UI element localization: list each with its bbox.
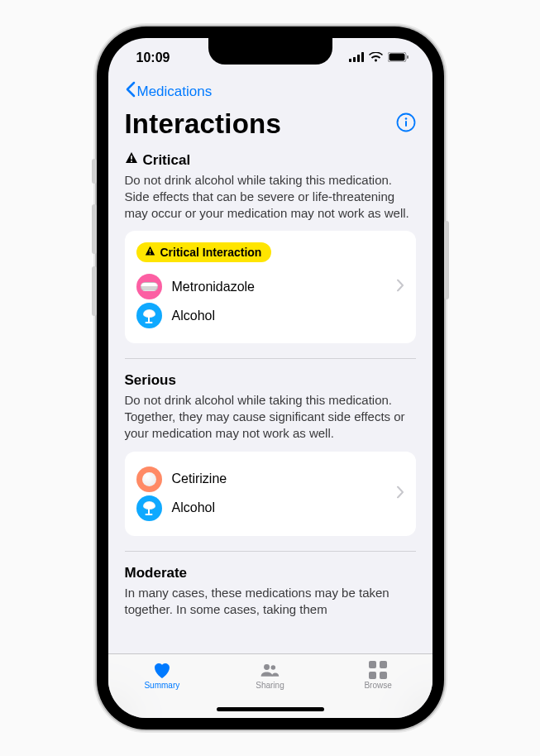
svg-point-13 (149, 253, 151, 255)
svg-rect-9 (405, 121, 407, 127)
tab-browse[interactable]: Browse (349, 661, 407, 690)
medication-row: Metronidazole (136, 274, 404, 299)
critical-badge: Critical Interaction (136, 242, 272, 262)
tab-summary[interactable]: Summary (133, 661, 191, 690)
svg-rect-0 (349, 59, 351, 62)
svg-rect-3 (361, 52, 364, 62)
moderate-description: In many cases, these medications may be … (125, 585, 416, 618)
medication-name: Metronidazole (172, 280, 256, 294)
battery-icon (388, 50, 409, 65)
medication-name: Cetirizine (172, 471, 227, 486)
medication-name: Alcohol (172, 309, 215, 323)
medication-row: Alcohol (136, 303, 404, 328)
medication-row: Alcohol (136, 495, 404, 521)
critical-badge-label: Critical Interaction (160, 246, 262, 259)
svg-rect-2 (357, 55, 360, 62)
pill-icon (136, 274, 162, 299)
serious-interaction-card[interactable]: Cetirizine Alcohol (125, 452, 416, 536)
iphone-device-frame: 10:09 Medications Int (97, 26, 444, 730)
medication-name: Alcohol (172, 500, 215, 515)
tab-label: Summary (144, 681, 179, 690)
svg-rect-6 (407, 55, 409, 59)
svg-rect-16 (369, 661, 376, 668)
alcohol-icon (136, 495, 162, 521)
warning-icon (145, 246, 155, 259)
medication-row: Cetirizine (136, 467, 404, 492)
title-row: Interactions (125, 108, 416, 140)
volume-up-button (92, 204, 97, 254)
critical-interaction-card[interactable]: Critical Interaction Metronidazole Alcoh… (125, 231, 416, 343)
chevron-right-icon (397, 280, 404, 295)
tab-sharing[interactable]: Sharing (241, 661, 299, 690)
svg-point-11 (131, 160, 132, 162)
chevron-left-icon (125, 81, 136, 102)
heart-icon (151, 661, 173, 679)
serious-heading-text: Serious (125, 372, 176, 389)
critical-heading-text: Critical (143, 152, 191, 169)
svg-rect-5 (389, 54, 404, 61)
status-time: 10:09 (136, 50, 170, 65)
wifi-icon (369, 50, 383, 65)
back-label: Medications (137, 84, 213, 100)
svg-point-14 (265, 664, 270, 670)
people-icon (259, 661, 280, 679)
grid-icon (367, 661, 389, 679)
volume-down-button (92, 266, 97, 316)
tab-label: Sharing (256, 681, 284, 690)
status-icons (349, 50, 409, 65)
screen: 10:09 Medications Int (108, 38, 432, 718)
divider (125, 551, 416, 552)
home-indicator[interactable] (217, 707, 324, 711)
svg-point-8 (404, 117, 407, 120)
power-button (444, 221, 449, 299)
tab-label: Browse (364, 681, 391, 690)
warning-icon (125, 151, 138, 169)
critical-description: Do not drink alcohol while taking this m… (125, 172, 416, 221)
svg-rect-17 (380, 661, 387, 668)
moderate-heading-text: Moderate (125, 565, 188, 581)
info-icon (396, 112, 416, 132)
back-button[interactable]: Medications (125, 78, 416, 108)
mute-switch (92, 159, 97, 184)
divider (125, 358, 416, 359)
info-button[interactable] (396, 112, 416, 136)
cellular-icon (349, 50, 364, 65)
svg-rect-12 (149, 249, 150, 252)
svg-point-15 (271, 665, 276, 670)
svg-rect-18 (369, 672, 376, 679)
svg-rect-1 (353, 57, 356, 62)
section-heading-critical: Critical (125, 151, 416, 169)
section-heading-moderate: Moderate (125, 565, 416, 581)
section-heading-serious: Serious (125, 372, 416, 389)
serious-description: Do not drink alcohol while taking this m… (125, 392, 416, 441)
content-area: Medications Interactions Critical Do not… (108, 78, 432, 653)
notch (208, 38, 332, 65)
chevron-right-icon (397, 486, 404, 501)
pill-icon (136, 467, 162, 492)
svg-rect-19 (380, 672, 387, 679)
page-title: Interactions (125, 108, 281, 140)
alcohol-icon (136, 303, 162, 328)
svg-rect-10 (131, 156, 132, 160)
